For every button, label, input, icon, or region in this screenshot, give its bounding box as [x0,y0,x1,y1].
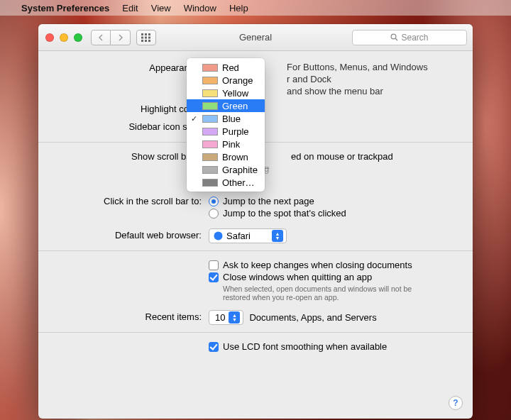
scroll-click-spot-radio[interactable] [209,209,219,219]
scroll-click-label: Click in the scroll bar to: [53,194,209,206]
close-windows-checkbox[interactable] [209,272,219,282]
svg-rect-6 [141,40,143,42]
svg-point-11 [214,232,223,241]
highlight-label: Highlight color: [53,102,209,114]
recent-items-popup[interactable]: 10 ▲▼ [209,310,243,325]
svg-rect-1 [145,33,147,35]
highlight-option-label: Other… [222,177,255,188]
svg-line-10 [396,38,398,40]
forward-button[interactable] [111,30,131,45]
highlight-option-brown[interactable]: Brown [187,150,265,163]
appearance-line3: and show the menu bar [287,86,458,96]
menu-window[interactable]: Window [184,3,216,13]
window-controls [45,33,82,42]
svg-point-9 [392,34,397,39]
search-icon [390,33,398,41]
search-input[interactable]: Search [352,30,467,45]
ask-keep-changes-checkbox[interactable] [209,260,219,270]
divider [38,332,473,333]
color-swatch [202,77,218,84]
highlight-color-menu[interactable]: RedOrangeYellowGreen✓BluePurplePinkBrown… [187,58,265,192]
updown-icon: ▲▼ [229,311,240,324]
highlight-option-label: Orange [222,75,253,86]
highlight-option-label: Purple [222,126,249,137]
default-browser-popup[interactable]: Safari ▲▼ [209,228,287,243]
highlight-option-label: Graphite [222,165,258,175]
app-menu[interactable]: System Preferences [21,3,109,13]
minimize-icon[interactable] [60,33,68,42]
default-browser-label: Default web browser: [53,228,209,241]
highlight-option-green[interactable]: Green [187,99,265,112]
close-icon[interactable] [45,33,54,42]
color-swatch [202,153,218,161]
highlight-option-label: Green [222,101,248,111]
divider [38,250,473,251]
scroll-bars-label: Show scroll bars: [53,150,209,162]
appearance-label: Appearance: [53,61,209,73]
updown-icon: ▲▼ [272,230,283,242]
menubar: System Preferences Edit View Window Help [0,0,511,16]
scroll-opt-automatic-tail: ed on mouse or trackpad [291,151,393,162]
svg-rect-5 [148,36,150,38]
highlight-option-other[interactable]: Other… [187,176,265,189]
recent-items-value: 10 [215,312,225,323]
color-swatch [202,140,218,148]
color-swatch [202,102,218,110]
menu-help[interactable]: Help [229,3,248,13]
highlight-option-blue[interactable]: ✓Blue [187,112,265,125]
highlight-option-graphite[interactable]: Graphite [187,163,265,176]
color-swatch [202,64,218,72]
svg-rect-2 [148,33,150,35]
recent-items-label: Recent items: [53,310,209,322]
scroll-click-next-page-radio[interactable] [209,197,219,206]
checkmark-icon: ✓ [191,114,197,123]
menu-view[interactable]: View [151,3,171,13]
zoom-icon[interactable] [74,33,82,42]
titlebar: General Search [38,24,473,51]
nav-buttons [91,30,131,45]
svg-rect-7 [145,40,147,42]
search-placeholder: Search [401,33,428,43]
lcd-smoothing-checkbox[interactable] [209,342,219,352]
highlight-option-purple[interactable]: Purple [187,125,265,138]
color-swatch [202,166,218,174]
safari-icon [214,231,223,241]
highlight-option-label: Blue [222,114,241,124]
scroll-click-spot: Jump to the spot that's clicked [223,208,346,219]
svg-rect-4 [145,36,147,38]
highlight-option-label: Brown [222,152,248,162]
lcd-smoothing-label: Use LCD font smoothing when available [223,341,387,352]
scroll-click-next-page: Jump to the next page [223,196,314,206]
ask-keep-changes-label: Ask to keep changes when closing documen… [223,260,412,270]
appearance-description: For Buttons, Menus, and Windows [287,62,458,72]
highlight-option-orange[interactable]: Orange [187,74,265,87]
highlight-option-label: Pink [222,139,240,150]
color-swatch [202,115,218,123]
svg-rect-0 [141,33,143,35]
color-swatch [202,89,218,97]
color-swatch [202,179,218,187]
close-windows-note: When selected, open documents and window… [223,284,436,302]
highlight-option-red[interactable]: Red [187,61,265,74]
recent-items-suffix: Documents, Apps, and Servers [249,312,376,323]
highlight-option-label: Red [222,62,239,73]
svg-rect-3 [141,36,143,38]
appearance-line2: r and Dock [287,74,458,84]
color-swatch [202,128,218,136]
back-button[interactable] [91,30,111,45]
sidebar-icon-size-label: Sidebar icon size: [53,120,209,132]
menu-edit[interactable]: Edit [122,3,138,13]
svg-rect-8 [148,40,150,42]
highlight-option-yellow[interactable]: Yellow [187,87,265,99]
default-browser-value: Safari [226,231,251,241]
help-button[interactable]: ? [449,396,463,410]
close-windows-label: Close windows when quitting an app [223,272,372,282]
highlight-option-pink[interactable]: Pink [187,138,265,150]
show-all-button[interactable] [136,30,156,45]
highlight-option-label: Yellow [222,88,248,99]
